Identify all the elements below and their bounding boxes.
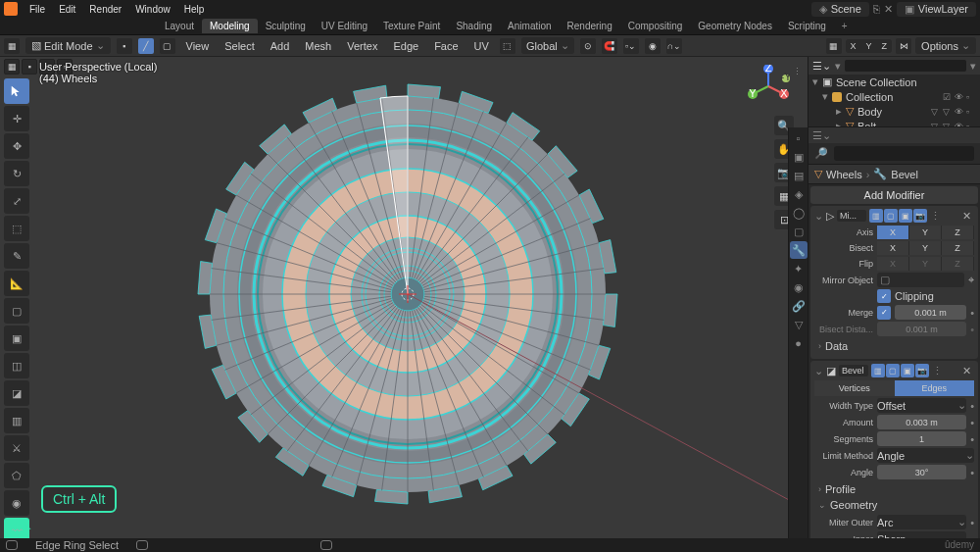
breadcrumb-object[interactable]: Wheels <box>826 169 862 180</box>
ptab-modifier[interactable]: 🔧 <box>790 241 808 259</box>
mirror-axis-z[interactable]: Z <box>942 226 974 239</box>
mirror-object-field[interactable]: ▢ <box>877 273 964 287</box>
ws-add[interactable]: + <box>834 19 856 33</box>
hdr-select[interactable]: Select <box>220 38 260 54</box>
expand-icon[interactable]: ⌄ <box>814 365 823 377</box>
bevel-tab-edges[interactable]: Edges <box>895 380 975 396</box>
bevel-geometry-subpanel[interactable]: Geometry <box>814 497 974 513</box>
bisect-y[interactable]: Y <box>909 241 942 255</box>
filter-icon[interactable]: ▾ <box>970 60 976 73</box>
propedit-icon[interactable]: ◉ <box>645 38 661 54</box>
mirror-extra-icon[interactable]: ⋮ <box>930 210 941 223</box>
ptab-world[interactable]: ◯ <box>790 204 808 222</box>
limit-method-select[interactable]: Angle ⌄ <box>877 448 974 463</box>
mirror-render-toggle[interactable]: ▣ <box>899 209 912 223</box>
bisect-x[interactable]: X <box>877 241 909 255</box>
axis-mirror[interactable]: XYZ <box>846 39 893 53</box>
menu-help[interactable]: Help <box>178 2 211 17</box>
disable-icon[interactable]: ▫ <box>966 92 976 102</box>
automerge-icon[interactable]: ⋈ <box>896 38 911 54</box>
ptab-material[interactable]: ● <box>790 334 808 352</box>
new-scene-icon[interactable]: ⎘ <box>873 3 880 15</box>
editor-type-icon[interactable]: ▦ <box>4 38 20 54</box>
ws-shading[interactable]: Shading <box>448 19 500 33</box>
tool-select[interactable] <box>4 78 29 104</box>
add-modifier-button[interactable]: Add Modifier <box>810 186 978 204</box>
select-mode-vert[interactable]: ▪ <box>117 38 132 54</box>
ptab-output[interactable]: ▣ <box>790 148 808 166</box>
bevel-name-field[interactable]: Bevel <box>839 365 868 376</box>
viewport[interactable]: ▦ ▪ ▫ ▫ <box>0 57 808 538</box>
tool-extrude[interactable]: ▣ <box>4 326 29 351</box>
ptab-data[interactable]: ▽ <box>790 316 808 333</box>
tool-measure[interactable]: 📐 <box>4 271 29 296</box>
tool-inset[interactable]: ◫ <box>4 353 29 378</box>
bevel-render-toggle[interactable]: ▣ <box>901 364 914 377</box>
hdr-face[interactable]: Face <box>429 38 463 54</box>
outliner-item[interactable]: ▸▽Bolt▽▽👁▫ <box>808 119 980 127</box>
snap-type-icon[interactable]: ▫⌄ <box>623 38 639 54</box>
bevel-segments[interactable]: 1 <box>877 431 966 446</box>
hdr-mesh[interactable]: Mesh <box>300 38 336 54</box>
tool-spin[interactable]: ◉ <box>4 490 29 516</box>
nav-gizmo[interactable]: Z X Y -Y <box>747 65 790 108</box>
gizmo-menu-icon[interactable]: ⋮ <box>793 67 802 76</box>
orientation-select[interactable]: Global ⌄ <box>521 37 574 54</box>
ws-modeling[interactable]: Modeling <box>202 19 258 33</box>
ws-rendering[interactable]: Rendering <box>560 19 620 33</box>
menu-window[interactable]: Window <box>129 2 176 17</box>
menu-edit[interactable]: Edit <box>53 2 81 17</box>
select-mode-face[interactable]: ▢ <box>160 38 175 54</box>
ptab-physics[interactable]: ◉ <box>790 278 808 296</box>
mirror-name-field[interactable]: Mi... <box>837 210 866 222</box>
ws-texturepaint[interactable]: Texture Paint <box>375 19 448 33</box>
ws-scripting[interactable]: Scripting <box>780 19 834 33</box>
bevel-amount[interactable]: 0.003 m <box>877 415 966 429</box>
outliner-type-icon[interactable]: ☰⌄ <box>812 60 831 73</box>
mirror-data-subpanel[interactable]: Data <box>814 338 974 354</box>
tool-scale[interactable]: ⤢ <box>4 188 29 214</box>
outliner-item[interactable]: ▸▽Body▽▽👁▫ <box>808 104 980 119</box>
breadcrumb-modifier[interactable]: Bevel <box>891 169 918 180</box>
merge-check[interactable] <box>877 306 891 320</box>
bevel-angle[interactable]: 30° <box>877 465 966 479</box>
ptab-scene[interactable]: ◈ <box>790 185 808 203</box>
bevel-profile-subpanel[interactable]: Profile <box>814 481 974 497</box>
hdr-edge[interactable]: Edge <box>388 38 423 54</box>
bevel-editmode-toggle[interactable]: ▥ <box>871 364 885 377</box>
miter-outer-select[interactable]: Arc⌄ <box>877 515 966 529</box>
tool-loopcut[interactable]: ▥ <box>4 408 29 433</box>
ws-uvediting[interactable]: UV Editing <box>314 19 375 33</box>
ws-sculpting[interactable]: Sculpting <box>258 19 314 33</box>
outliner-mode-icon[interactable]: ▾ <box>835 60 841 73</box>
mirror-editmode-toggle[interactable]: ▥ <box>869 209 883 223</box>
tool-move[interactable]: ✥ <box>4 133 29 159</box>
bevel-realtime-toggle[interactable]: ▢ <box>886 364 900 377</box>
bevel-extra-icon[interactable]: ⋮ <box>932 365 943 377</box>
ptab-object[interactable]: ▢ <box>790 223 808 240</box>
outliner-collection-row[interactable]: ▾ Collection ☑👁▫ <box>808 89 980 104</box>
outliner-scene-row[interactable]: ▾▣ Scene Collection <box>808 75 980 89</box>
options-button[interactable]: Options⌄ <box>915 37 976 54</box>
clipping-check[interactable] <box>877 289 891 303</box>
mirror-realtime-toggle[interactable]: ▢ <box>884 209 898 223</box>
hdr-vertex[interactable]: Vertex <box>342 38 382 54</box>
miter-inner-select[interactable]: Sharp⌄ <box>877 531 966 538</box>
merge-value[interactable]: 0.001 m <box>895 305 966 320</box>
mirror-axis-y[interactable]: Y <box>909 226 942 239</box>
tool-transform[interactable]: ⬚ <box>4 216 29 241</box>
bevel-delete[interactable]: ✕ <box>959 365 974 377</box>
eye-icon[interactable]: 👁 <box>955 92 964 102</box>
orientation-icon[interactable]: ⬚ <box>500 38 515 54</box>
width-type-select[interactable]: Offset ⌄ <box>877 398 966 413</box>
ws-compositing[interactable]: Compositing <box>620 19 691 33</box>
viewlayer-selector[interactable]: ▣ ViewLayer <box>897 2 976 17</box>
mesh-toggle-icon[interactable]: ▦ <box>826 38 842 54</box>
properties-search[interactable] <box>834 146 974 161</box>
expand-icon[interactable]: ⌄ <box>814 210 823 223</box>
mirror-axis-x[interactable]: X <box>877 226 909 239</box>
bevel-tab-vertices[interactable]: Vertices <box>814 380 895 396</box>
flip-y[interactable]: Y <box>909 257 942 271</box>
hdr-view[interactable]: View <box>181 38 215 54</box>
propedit-type-icon[interactable]: ∩⌄ <box>666 38 682 54</box>
